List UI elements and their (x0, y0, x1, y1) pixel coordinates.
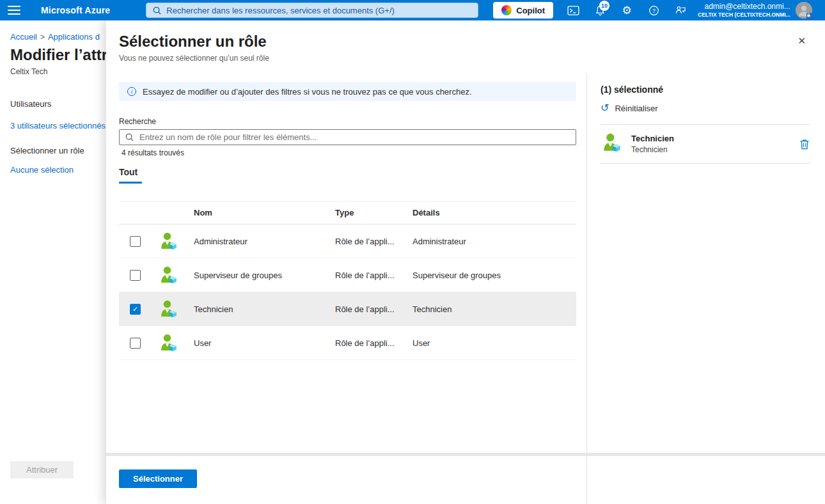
role-name: Superviseur de groupes (189, 271, 331, 280)
panel-subtitle: Vous ne pouvez sélectionner qu’un seul r… (119, 54, 810, 63)
results-count: 4 résultats trouvés (119, 148, 576, 157)
assign-button[interactable]: Attribuer (10, 461, 74, 478)
users-selected-link[interactable]: 3 utilisateurs sélectionnés. (10, 121, 106, 130)
breadcrumb-current-link[interactable]: Applications d (48, 32, 100, 42)
brand-title: Microsoft Azure (41, 5, 110, 15)
table-header-row: Nom Type Détails (119, 201, 576, 224)
app-role-icon (153, 232, 189, 251)
role-name: Technicien (189, 304, 331, 314)
selection-summary-section: (1) sélectionné ↺ Réinitialiser Technici… (586, 74, 825, 453)
reset-label: Réinitialiser (615, 104, 657, 113)
select-button[interactable]: Sélectionner (119, 469, 197, 488)
delete-icon[interactable] (799, 139, 810, 150)
app-role-icon (153, 299, 189, 319)
settings-gear-icon[interactable]: ⚙ (613, 0, 640, 20)
notification-count-badge: 10 (599, 1, 609, 11)
panel-footer: Sélectionner (106, 456, 825, 504)
info-banner: i Essayez de modifier ou d’ajouter des f… (119, 82, 576, 101)
table-row[interactable]: User Rôle de l’appli... User (119, 326, 576, 360)
column-header-type: Type (331, 208, 408, 217)
app-role-icon (153, 333, 189, 352)
selected-role-details: Technicien (631, 145, 799, 154)
azure-topbar: Microsoft Azure Rechercher dans les ress… (0, 0, 825, 20)
role-list-section: i Essayez de modifier ou d’ajouter des f… (106, 74, 586, 453)
hamburger-menu-icon[interactable] (8, 6, 20, 15)
role-name: Administrateur (189, 237, 331, 246)
app-role-icon (153, 265, 189, 285)
info-icon: i (127, 87, 136, 96)
global-search-placeholder: Rechercher dans les ressources, services… (166, 6, 395, 15)
role-details: Administrateur (408, 237, 576, 246)
close-icon[interactable]: ✕ (798, 36, 806, 45)
selected-count: (1) sélectionné (601, 84, 811, 95)
row-checkbox[interactable] (130, 236, 141, 247)
undo-icon: ↺ (601, 103, 609, 113)
role-details: Technicien (408, 304, 576, 314)
app-role-icon (602, 132, 622, 155)
copilot-label: Copilot (516, 6, 545, 15)
info-banner-text: Essayez de modifier ou d’ajouter des fil… (143, 87, 472, 97)
role-name: User (189, 338, 331, 348)
row-checkbox[interactable] (130, 338, 141, 349)
help-icon[interactable]: ? (640, 0, 667, 20)
panel-title: Sélectionner un rôle (119, 33, 810, 51)
breadcrumb-home-link[interactable]: Accueil (10, 32, 37, 42)
tab-active-indicator (119, 182, 142, 184)
tab-all-label: Tout (119, 167, 142, 177)
topbar-icon-group: 10 ⚙ ? (560, 0, 694, 20)
svg-text:?: ? (652, 7, 656, 13)
column-header-details: Détails (408, 208, 576, 217)
reset-button[interactable]: ↺ Réinitialiser (601, 103, 658, 113)
copilot-icon (501, 5, 512, 15)
copilot-button[interactable]: Copilot (493, 2, 553, 19)
account-email: admin@celtixtech.onmi... (698, 2, 790, 12)
global-search-input[interactable]: Rechercher dans les ressources, services… (146, 3, 478, 18)
cloud-shell-icon[interactable] (560, 0, 586, 20)
row-checkbox[interactable] (130, 270, 141, 281)
breadcrumb: Accueil>Applications d (10, 32, 106, 42)
table-row[interactable]: Superviseur de groupes Rôle de l’appli..… (119, 258, 576, 292)
panel-header: Sélectionner un rôle Vous ne pouvez séle… (106, 20, 825, 74)
role-search-placeholder: Entrez un nom de rôle pour filtrer les é… (139, 132, 317, 142)
role-details: Superviseur de groupes (408, 271, 576, 280)
role-type: Rôle de l’appli... (331, 237, 408, 246)
feedback-icon[interactable] (667, 0, 694, 20)
selected-role-name: Technicien (631, 134, 799, 143)
lock-icon (806, 13, 813, 20)
breadcrumb-chevron-icon: > (40, 33, 45, 42)
role-search-input[interactable]: Entrez un nom de rôle pour filtrer les é… (119, 129, 576, 145)
search-label: Recherche (119, 117, 576, 126)
account-menu[interactable]: admin@celtixtech.onmi... CELTIX TECH (CE… (698, 2, 790, 19)
search-icon (125, 133, 134, 141)
table-row[interactable]: ✓ Technicien Rôle de l’appli... Technici… (119, 292, 576, 326)
role-type: Rôle de l’appli... (331, 304, 408, 314)
avatar[interactable] (796, 2, 812, 19)
table-row[interactable]: Administrateur Rôle de l’appli... Admini… (119, 224, 576, 258)
role-type: Rôle de l’appli... (331, 271, 408, 280)
panel-body: i Essayez de modifier ou d’ajouter des f… (106, 74, 825, 453)
column-header-name: Nom (189, 208, 331, 217)
account-tenant: CELTIX TECH (CELTIXTECH.ONMI... (698, 12, 790, 19)
row-checkbox[interactable]: ✓ (130, 304, 141, 315)
select-role-panel: Sélectionner un rôle Vous ne pouvez séle… (106, 20, 825, 504)
tab-all[interactable]: Tout (119, 167, 142, 184)
search-icon (153, 6, 161, 15)
page-title: Modifier l’attri (10, 46, 107, 64)
roles-table: Nom Type Détails Administrateur Rôle de … (119, 201, 576, 360)
footer-right-area (586, 456, 825, 504)
role-details: User (408, 338, 576, 348)
role-type: Rôle de l’appli... (331, 338, 408, 348)
selected-role-item: Technicien Technicien (601, 125, 811, 164)
notifications-bell-icon[interactable]: 10 (586, 0, 613, 20)
